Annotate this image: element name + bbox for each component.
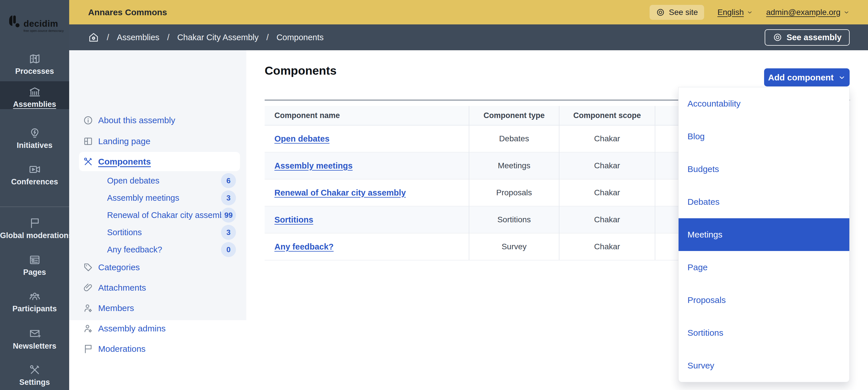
component-type: Debates: [469, 125, 559, 152]
add-component-button[interactable]: Add component: [764, 68, 849, 86]
sidebar-item-settings[interactable]: Settings: [0, 364, 69, 387]
pages-icon: [29, 254, 41, 266]
sidebar-item-about-this-assembly[interactable]: About this assembly: [69, 112, 246, 128]
add-component-dropdown: Accountability Blog Budgets Debates Meet…: [678, 87, 849, 382]
breadcrumb-separator: /: [267, 33, 269, 42]
user-gear-icon: [83, 323, 93, 334]
tag-icon: [83, 262, 93, 273]
sidebar-item-processes[interactable]: Processes: [0, 53, 69, 76]
component-link[interactable]: Open debates: [274, 134, 330, 143]
paperclip-icon: [83, 282, 93, 293]
sidebar-item-sortitions[interactable]: Sortitions 3: [69, 224, 246, 240]
decidim-admin-page: decidim free open-source democracy Proce…: [0, 0, 868, 390]
breadcrumb-separator: /: [167, 33, 169, 42]
layout-icon: [83, 136, 93, 147]
component-scope: Chakar: [559, 206, 655, 233]
flag-icon: [83, 344, 93, 354]
video-camera-icon: [29, 163, 41, 176]
account-menu[interactable]: admin@example.org: [766, 8, 849, 17]
user-gear-icon: [83, 303, 93, 313]
chevron-down-icon: [838, 74, 846, 81]
breadcrumb-separator: /: [107, 33, 109, 42]
info-icon: [83, 115, 93, 125]
sidebar-item-assembly-admins[interactable]: Assembly admins: [69, 321, 246, 337]
sidebar-item-components[interactable]: Components: [79, 152, 240, 171]
component-scope: Chakar: [559, 233, 655, 260]
column-header-component-scope: Component scope: [559, 106, 655, 125]
chevron-down-icon: [747, 9, 753, 16]
language-selector[interactable]: English: [717, 8, 753, 17]
map-icon: [29, 53, 41, 65]
home-gear-icon[interactable]: [88, 32, 99, 43]
decidim-logo[interactable]: decidim free open-source democracy: [9, 14, 64, 32]
component-scope: Chakar: [559, 152, 655, 179]
sidebar-item-categories[interactable]: Categories: [69, 259, 246, 275]
count-badge: 6: [221, 173, 236, 188]
count-badge: 99: [221, 208, 236, 222]
decidim-logo-icon: [9, 14, 22, 28]
see-site-button[interactable]: See site: [650, 5, 704, 20]
dropdown-item-accountability[interactable]: Accountability: [679, 87, 849, 120]
chevron-down-icon: [843, 9, 849, 16]
breadcrumb-chakar-city-assembly[interactable]: Chakar City Assembly: [177, 33, 259, 42]
sidebar-item-assembly-meetings[interactable]: Assembly meetings 3: [69, 190, 246, 206]
primary-sidebar: decidim free open-source democracy Proce…: [0, 0, 69, 390]
sidebar-item-conferences[interactable]: Conferences: [0, 163, 69, 186]
component-link[interactable]: Assembly meetings: [274, 161, 352, 170]
breadcrumb-assemblies[interactable]: Assemblies: [117, 33, 159, 42]
sidebar-item-newsletters[interactable]: Newsletters: [0, 328, 69, 351]
dropdown-item-proposals[interactable]: Proposals: [679, 284, 849, 317]
brand-name: decidim: [24, 19, 58, 28]
sidebar-item-initiatives[interactable]: Initiatives: [0, 127, 69, 150]
count-badge: 3: [221, 190, 236, 205]
breadcrumb: / Assemblies / Chakar City Assembly / Co…: [88, 32, 324, 43]
component-scope: Chakar: [559, 179, 655, 206]
dropdown-item-debates[interactable]: Debates: [679, 185, 849, 218]
component-type: Sortitions: [469, 206, 559, 233]
sidebar-item-renewal-of-chakar-city-assembly[interactable]: Renewal of Chakar city assembly 99: [69, 207, 246, 223]
dropdown-item-blog[interactable]: Blog: [679, 120, 849, 153]
column-header-component-name: Component name: [265, 106, 469, 125]
flag-icon: [29, 217, 41, 229]
breadcrumb-components[interactable]: Components: [276, 33, 323, 42]
sidebar-item-moderations[interactable]: Moderations: [69, 341, 246, 357]
count-badge: 0: [221, 242, 236, 257]
topbar: Annares Commons See site English admin@e…: [69, 0, 868, 24]
sidebar-item-global-moderations[interactable]: Global moderations: [0, 217, 69, 240]
component-link[interactable]: Renewal of Chakar city assembly: [274, 188, 406, 197]
component-link[interactable]: Any feedback?: [274, 242, 334, 251]
sidebar-item-participants[interactable]: Participants: [0, 290, 69, 313]
count-badge: 3: [221, 225, 236, 240]
sidebar-item-attachments[interactable]: Attachments: [69, 280, 246, 296]
component-scope: Chakar: [559, 125, 655, 152]
sidebar-item-assemblies[interactable]: Assemblies: [0, 81, 69, 109]
bank-icon: [29, 86, 41, 98]
component-type: Survey: [469, 233, 559, 260]
dropdown-item-sortitions[interactable]: Sortitions: [679, 317, 849, 349]
see-assembly-button[interactable]: See assembly: [765, 29, 849, 46]
dropdown-item-meetings[interactable]: Meetings: [679, 218, 849, 251]
sidebar-item-open-debates[interactable]: Open debates 6: [69, 173, 246, 189]
sidebar-item-members[interactable]: Members: [69, 300, 246, 316]
component-type: Meetings: [469, 152, 559, 179]
mail-add-icon: [29, 328, 41, 340]
component-link[interactable]: Sortitions: [274, 215, 313, 224]
column-header-component-type: Component type: [469, 106, 559, 125]
tools-icon: [29, 364, 41, 376]
lightbulb-flash-icon: [29, 127, 41, 139]
eye-icon: [656, 8, 665, 17]
site-title: Annares Commons: [88, 7, 167, 17]
tools-icon: [83, 156, 93, 167]
eye-icon: [773, 32, 782, 42]
dropdown-item-budgets[interactable]: Budgets: [679, 153, 849, 185]
assembly-sidebar: About this assembly Landing page Compone…: [69, 50, 246, 320]
page-title: Components: [265, 64, 337, 78]
sidebar-item-pages[interactable]: Pages: [0, 254, 69, 277]
dropdown-item-page[interactable]: Page: [679, 251, 849, 284]
breadcrumb-bar: / Assemblies / Chakar City Assembly / Co…: [69, 24, 868, 50]
sidebar-item-landing-page[interactable]: Landing page: [69, 133, 246, 149]
sidebar-item-any-feedback[interactable]: Any feedback? 0: [69, 242, 246, 258]
dropdown-item-survey[interactable]: Survey: [679, 349, 849, 382]
component-type: Proposals: [469, 179, 559, 206]
group-icon: [29, 290, 41, 302]
